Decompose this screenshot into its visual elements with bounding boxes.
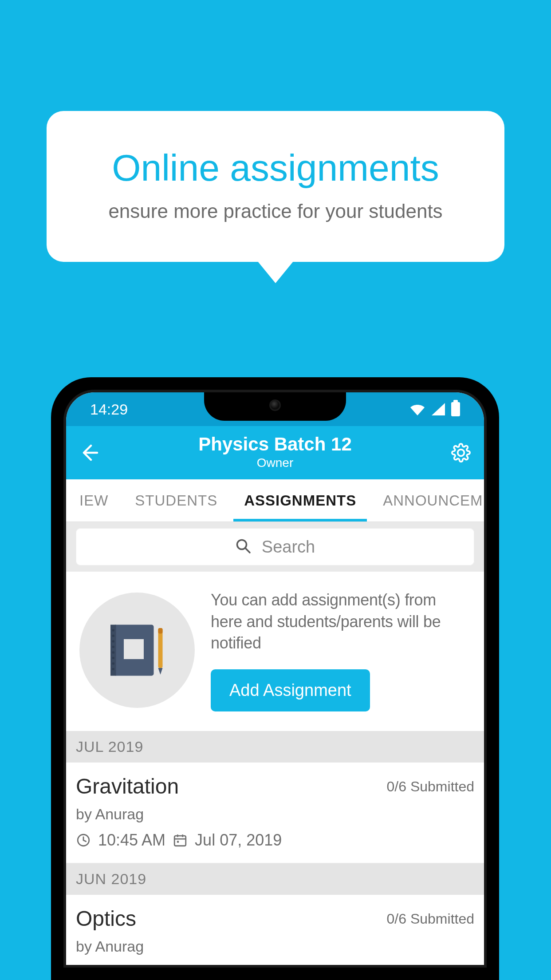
svg-point-7 (112, 646, 115, 648)
promo-tail (256, 259, 295, 283)
phone-side-button (51, 586, 52, 675)
tab-bar: IEW STUDENTS ASSIGNMENTS ANNOUNCEM (66, 479, 484, 522)
tab-announcements[interactable]: ANNOUNCEM (370, 479, 484, 522)
assignment-time: 10:45 AM (98, 831, 165, 850)
gear-icon (451, 443, 471, 462)
svg-line-1 (245, 548, 250, 553)
phone-notch (204, 392, 346, 421)
tab-students[interactable]: STUDENTS (122, 479, 231, 522)
svg-point-5 (112, 635, 115, 637)
clock-icon (76, 833, 91, 848)
svg-rect-21 (177, 841, 179, 842)
tab-overview[interactable]: IEW (66, 479, 122, 522)
back-button[interactable] (76, 439, 102, 466)
status-time: 14:29 (90, 401, 128, 418)
svg-point-6 (112, 640, 115, 643)
month-header: JUL 2019 (66, 731, 484, 763)
wifi-icon (409, 403, 425, 415)
add-assignment-card: You can add assignment(s) from here and … (66, 572, 484, 731)
assignment-item[interactable]: Optics 0/6 Submitted by Anurag (66, 895, 484, 965)
tab-assignments[interactable]: ASSIGNMENTS (231, 479, 370, 522)
status-icons (409, 402, 460, 416)
notebook-icon (79, 593, 195, 708)
assignment-status: 0/6 Submitted (387, 911, 474, 927)
assignment-status: 0/6 Submitted (387, 778, 474, 795)
svg-point-9 (112, 657, 115, 660)
assignment-title: Gravitation (76, 774, 179, 798)
phone-inner-ring: 14:29 P (63, 390, 487, 968)
assignment-item[interactable]: Gravitation 0/6 Submitted by Anurag 10:4… (66, 763, 484, 863)
svg-point-11 (112, 668, 115, 671)
tab-label: IEW (79, 492, 108, 509)
promo-card: Online assignments ensure more practice … (47, 111, 504, 262)
svg-rect-14 (158, 628, 163, 634)
cellular-icon (432, 403, 445, 415)
svg-point-8 (112, 652, 115, 654)
page-subtitle: Owner (102, 456, 448, 470)
page-title: Physics Batch 12 (102, 434, 448, 455)
arrow-left-icon (79, 443, 99, 462)
phone-screen: 14:29 P (66, 392, 484, 965)
app-header: Physics Batch 12 Owner (66, 426, 484, 479)
settings-button[interactable] (448, 439, 474, 466)
tab-label: ANNOUNCEM (383, 492, 483, 509)
svg-rect-12 (124, 639, 144, 659)
info-text: You can add assignment(s) from here and … (211, 589, 471, 654)
assignment-author: by Anurag (76, 938, 474, 955)
promo-subtitle: ensure more practice for your students (108, 200, 442, 222)
assignment-title: Optics (76, 906, 136, 931)
battery-icon (451, 402, 460, 416)
assignment-meta: 10:45 AM Jul 07, 2019 (76, 831, 474, 850)
camera-icon (269, 399, 281, 411)
assignment-date: Jul 07, 2019 (195, 831, 282, 850)
svg-point-10 (112, 663, 115, 665)
search-icon (235, 538, 251, 556)
search-container: Search (66, 522, 484, 572)
svg-rect-17 (174, 836, 186, 846)
phone-side-button (498, 528, 499, 568)
assignment-author: by Anurag (76, 806, 474, 823)
search-placeholder: Search (262, 537, 315, 557)
tab-label: ASSIGNMENTS (244, 492, 356, 509)
search-input[interactable]: Search (76, 528, 474, 565)
calendar-icon (173, 833, 188, 848)
svg-marker-15 (158, 668, 163, 675)
svg-rect-13 (158, 628, 163, 668)
month-header: JUN 2019 (66, 863, 484, 895)
promo-title: Online assignments (112, 146, 439, 190)
phone-frame: 14:29 P (51, 377, 499, 980)
tab-label: STUDENTS (135, 492, 217, 509)
svg-point-4 (112, 629, 115, 632)
add-assignment-button[interactable]: Add Assignment (211, 669, 370, 711)
phone-side-button (498, 688, 499, 777)
